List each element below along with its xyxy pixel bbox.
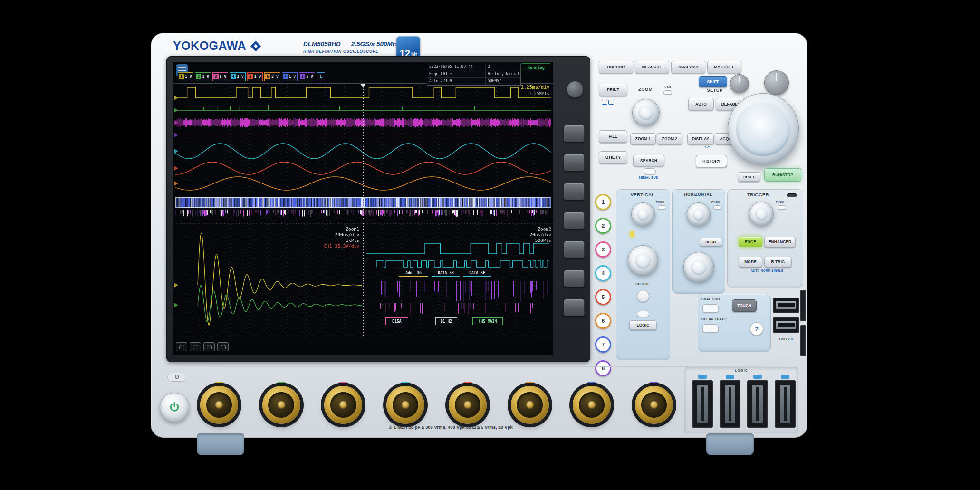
power-button[interactable] xyxy=(160,393,189,422)
search-button[interactable]: SEARCH xyxy=(633,155,664,166)
trigger-level-readout: Auto 271 V xyxy=(427,78,485,85)
screen-toolbar xyxy=(176,342,229,351)
logic-pod-slot-4[interactable] xyxy=(775,380,796,428)
history-button[interactable]: HISTORY xyxy=(696,155,727,167)
bus-label-chip-3: CH5 MAIN xyxy=(472,317,503,325)
ch-util-button[interactable] xyxy=(637,290,649,302)
screen-toolbar-chip-2[interactable] xyxy=(217,342,229,351)
analysis-button[interactable]: ANALYSIS xyxy=(671,61,705,73)
vertical-position-knob[interactable] xyxy=(631,202,655,226)
channel-chip-value: 2 V xyxy=(237,75,243,79)
soft-key-7[interactable] xyxy=(564,299,585,316)
usb-port-2[interactable] xyxy=(773,317,799,333)
bnc-input-7[interactable] xyxy=(573,386,611,424)
soft-key-6[interactable] xyxy=(564,270,585,287)
channel-chip-6[interactable]: 62 V xyxy=(264,72,280,81)
channel-chip-3[interactable]: 35 V xyxy=(212,72,228,81)
math-ref-button[interactable]: MATH/REF xyxy=(707,61,741,73)
shift-button[interactable]: SHIFT xyxy=(699,76,727,87)
delay-button[interactable]: DELAY xyxy=(700,238,722,246)
intensity-knob[interactable] xyxy=(730,74,749,93)
logic-button[interactable]: LOGIC xyxy=(629,320,657,330)
zoom2-button[interactable]: ZOOM 2 xyxy=(657,133,682,144)
clear-trace-button[interactable] xyxy=(702,324,719,333)
bnc-input-8[interactable] xyxy=(635,386,673,424)
run-stop-button[interactable]: RUN/STOP xyxy=(764,168,801,182)
reset-button[interactable]: RESET xyxy=(738,172,760,182)
channel-chip-8[interactable]: 85 V xyxy=(299,72,315,81)
soft-key-4[interactable] xyxy=(564,212,585,229)
side-connector-slot-2[interactable] xyxy=(800,325,806,356)
print-button[interactable]: PRINT xyxy=(599,84,627,96)
touch-button[interactable]: TOUCH xyxy=(732,299,757,312)
softkey-select-knob[interactable] xyxy=(567,81,584,98)
file-button[interactable]: FILE xyxy=(599,130,627,143)
channel-7-button[interactable]: 7 xyxy=(595,336,611,353)
power-indicator-plate xyxy=(167,373,186,382)
pan-gesture-icon[interactable] xyxy=(190,342,201,351)
snap-shot-button[interactable] xyxy=(702,304,719,313)
channel-2-button[interactable]: 2 xyxy=(595,218,611,234)
bnc-input-3[interactable] xyxy=(324,386,362,424)
search-knob-pill[interactable] xyxy=(644,168,656,174)
vertical-section-label: VERTICAL xyxy=(616,192,669,197)
trigger-level-knob[interactable] xyxy=(749,202,774,226)
bnc-input-5[interactable] xyxy=(449,386,487,424)
soft-key-2[interactable] xyxy=(564,154,585,171)
bnc-input-6[interactable] xyxy=(511,386,549,424)
logic-chip[interactable]: L xyxy=(317,72,326,81)
edge-trigger-button[interactable]: EDGE xyxy=(739,237,762,247)
usb-port-1[interactable] xyxy=(773,298,799,313)
oscilloscope-screen[interactable]: 11 V21 V35 V42 V51 V62 V71 V85 VL 2023/0… xyxy=(173,62,553,355)
channel-5-button[interactable]: 5 xyxy=(595,289,611,305)
logic-indicator-pill xyxy=(637,311,649,317)
soft-key-3[interactable] xyxy=(564,183,585,200)
channel-chip-4[interactable]: 42 V xyxy=(230,72,245,81)
touch-gesture-icon[interactable] xyxy=(176,342,187,351)
zoom1-button[interactable]: ZOOM 1 xyxy=(630,133,656,144)
channel-chip-value: 1 V xyxy=(202,75,209,79)
bnc-input-4[interactable] xyxy=(386,386,424,424)
serial-bus-label: SERIAL BUS xyxy=(630,176,666,179)
run-status-badge: Running xyxy=(522,63,550,71)
channel-6-button[interactable]: 6 xyxy=(595,313,611,329)
auto-setup-button[interactable]: AUTO xyxy=(688,98,714,110)
channel-4-button[interactable]: 4 xyxy=(595,265,611,281)
soft-key-1[interactable] xyxy=(564,125,585,142)
channel-chip-2[interactable]: 21 V xyxy=(195,72,211,81)
help-button[interactable]: ? xyxy=(750,322,763,336)
channel-3-button[interactable]: 3 xyxy=(595,241,611,258)
horizontal-position-knob[interactable] xyxy=(687,202,711,226)
trigger-mode-button[interactable]: MODE xyxy=(739,257,762,267)
measure-button[interactable]: MEASURE xyxy=(635,61,669,73)
bnc-input-1[interactable] xyxy=(200,386,238,424)
soft-key-5[interactable] xyxy=(564,241,585,258)
waveform-canvas[interactable] xyxy=(173,62,553,355)
bnc-input-2[interactable] xyxy=(262,386,300,424)
enhanced-trigger-button[interactable]: ENHANCED xyxy=(764,237,796,247)
channel-chip-number: 4 xyxy=(231,74,236,79)
b-trigger-button[interactable]: B TRIG xyxy=(764,257,792,267)
decode-address-chip: Addr 36 xyxy=(399,269,428,277)
zoom-knob[interactable] xyxy=(632,99,660,126)
side-connector-slot-1[interactable] xyxy=(800,290,806,321)
channel-buttons: 12345678 xyxy=(595,194,611,376)
function-knob[interactable] xyxy=(764,70,789,95)
timebase-readout: 1.25ms/div xyxy=(487,85,549,90)
channel-1-button[interactable]: 1 xyxy=(595,194,611,210)
screen-toolbar-chip-1[interactable] xyxy=(203,342,215,351)
channel-chip-5[interactable]: 51 V xyxy=(247,72,263,81)
rotary-jog-knob[interactable] xyxy=(728,93,799,164)
model-name: DLM5058HD xyxy=(303,40,341,48)
vertical-scale-knob[interactable] xyxy=(628,245,658,276)
timebase-knob[interactable] xyxy=(683,252,714,282)
utility-button[interactable]: UTILITY xyxy=(599,151,627,163)
logic-pod-slot-2[interactable] xyxy=(720,380,740,428)
display-button[interactable]: DISPLAY xyxy=(687,133,714,144)
channel-8-button[interactable]: 8 xyxy=(595,360,611,376)
cursor-button[interactable]: CURSOR xyxy=(599,61,633,73)
channel-chip-7[interactable]: 71 V xyxy=(282,72,298,81)
channel-chip-1[interactable]: 11 V xyxy=(178,72,193,81)
logic-pod-slot-1[interactable] xyxy=(692,380,713,428)
logic-pod-slot-3[interactable] xyxy=(747,380,768,428)
